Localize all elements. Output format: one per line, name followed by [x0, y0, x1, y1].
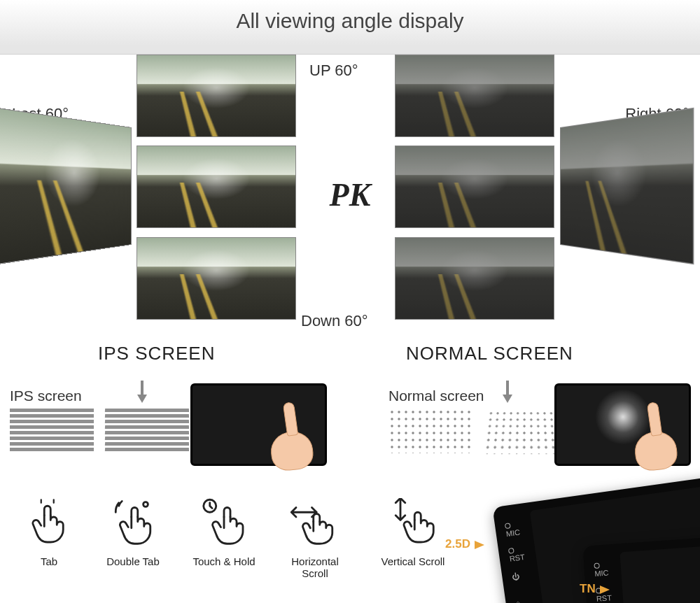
- gesture-label: Tab: [14, 555, 84, 567]
- gesture-label: Touch & Hold: [189, 555, 259, 567]
- gesture-label: Vertical Scroll: [378, 555, 448, 567]
- ips-layers-pressed-icon: [105, 409, 189, 453]
- gesture-label: Horizontal Scroll: [280, 555, 350, 579]
- ips-sample-left: [0, 108, 132, 264]
- device-preview: MIC RST ⏻ ⌂ MIC RST: [441, 470, 700, 603]
- ips-sample-front: [136, 146, 296, 228]
- normal-sample-up: [395, 55, 554, 137]
- screen-type-section: IPS SCREEN NORMAL SCREEN IPS screen Norm…: [0, 343, 700, 483]
- ips-heading: IPS SCREEN: [98, 343, 216, 364]
- callout-tn: TN: [580, 582, 610, 596]
- device-rst-label: RST: [507, 544, 524, 560]
- ips-sample-down: [136, 237, 296, 320]
- callout-2-5d: 2.5D: [445, 537, 484, 551]
- tap-icon: [24, 498, 74, 548]
- normal-sample-front: [395, 146, 554, 228]
- page-title: All viewing angle dispaly: [0, 0, 700, 55]
- touch-hold-icon: [199, 498, 249, 548]
- device-mic-label: MIC: [594, 560, 608, 575]
- angle-label-down: Down 60°: [301, 312, 368, 330]
- press-arrow-icon: [137, 381, 147, 404]
- vertical-scroll-icon: [388, 498, 438, 548]
- normal-layers-icon: [388, 409, 472, 453]
- arrow-right-icon: [600, 586, 610, 594]
- ips-subheading: IPS screen: [10, 388, 82, 404]
- normal-sample-down: [395, 237, 554, 320]
- versus-label: PK: [330, 176, 371, 213]
- power-icon: ⏻: [512, 571, 528, 587]
- ips-sample-up: [136, 55, 296, 137]
- hand-icon: [265, 422, 321, 485]
- horizontal-scroll-icon: [290, 498, 340, 548]
- normal-subheading: Normal screen: [388, 388, 484, 404]
- ips-touch-demo: [190, 383, 327, 466]
- gesture-touch-hold: Touch & Hold: [189, 498, 259, 567]
- gesture-label: Double Tab: [98, 555, 168, 567]
- gesture-row: Tab Double Tab Touch & Hold Horizontal S…: [0, 498, 448, 603]
- angle-label-up: UP 60°: [309, 62, 358, 80]
- device-mic-label: MIC: [504, 520, 520, 536]
- gesture-horizontal-scroll: Horizontal Scroll: [280, 498, 350, 579]
- viewing-angle-comparison: UP 60° Down 60° Lest 60° Right 60° PK: [0, 55, 700, 334]
- normal-touch-demo: [554, 383, 691, 466]
- home-icon: ⌂: [515, 597, 531, 603]
- gesture-tab: Tab: [14, 498, 84, 567]
- device-screen: [620, 543, 700, 603]
- press-arrow-icon: [503, 381, 512, 404]
- gesture-double-tab: Double Tab: [98, 498, 168, 567]
- svg-point-0: [144, 502, 148, 507]
- normal-sample-right: [560, 108, 694, 264]
- gesture-vertical-scroll: Vertical Scroll: [378, 498, 448, 567]
- normal-heading: NORMAL SCREEN: [406, 343, 573, 364]
- arrow-right-icon: [475, 541, 484, 549]
- double-tap-icon: [108, 498, 158, 548]
- ips-layers-icon: [10, 409, 94, 453]
